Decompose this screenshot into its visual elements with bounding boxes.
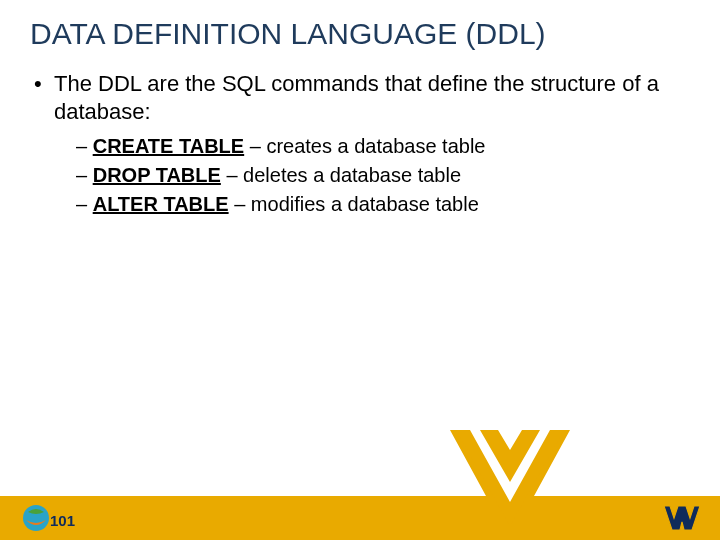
command-desc: – creates a database table [244,135,485,157]
content-area: • The DDL are the SQL commands that defi… [0,52,720,218]
command-name: ALTER TABLE [93,193,229,215]
list-item: – ALTER TABLE – modifies a database tabl… [76,191,690,218]
command-list: – CREATE TABLE – creates a database tabl… [30,133,690,218]
svg-marker-6 [480,430,540,482]
dash-icon: – [76,135,93,157]
command-desc: – deletes a database table [221,164,461,186]
slide: DATA DEFINITION LANGUAGE (DDL) • The DDL… [0,0,720,540]
list-item: – DROP TABLE – deletes a database table [76,162,690,189]
footer-bar [0,496,720,540]
dash-icon: – [76,164,93,186]
bullet-dot-icon: • [30,70,54,98]
course-logo-icon: 101 [22,502,76,534]
svg-point-7 [23,505,49,531]
wv-logo-icon [662,502,702,534]
svg-marker-1 [474,430,546,502]
intro-text: The DDL are the SQL commands that define… [54,70,690,125]
svg-marker-5 [470,430,550,502]
dash-icon: – [76,193,93,215]
list-item: – CREATE TABLE – creates a database tabl… [76,133,690,160]
bullet-level1: • The DDL are the SQL commands that defi… [30,70,690,125]
command-desc: – modifies a database table [229,193,479,215]
svg-text:101: 101 [50,512,75,529]
command-name: DROP TABLE [93,164,221,186]
command-name: CREATE TABLE [93,135,244,157]
slide-title: DATA DEFINITION LANGUAGE (DDL) [0,0,720,52]
